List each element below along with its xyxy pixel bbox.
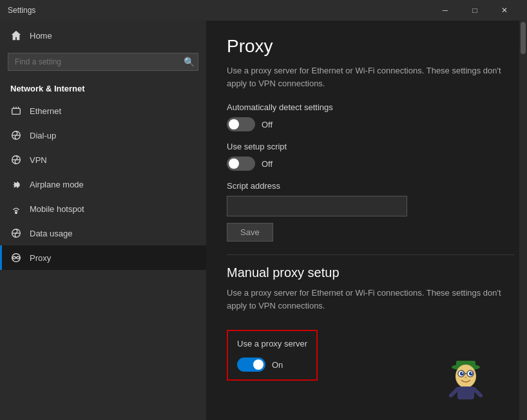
- close-button[interactable]: ✕: [490, 0, 519, 21]
- svg-point-8: [15, 212, 17, 214]
- manual-proxy-title: Manual proxy setup: [227, 265, 514, 280]
- auto-detect-setting: Automatically detect settings Off: [227, 102, 514, 131]
- manual-proxy-description: Use a proxy server for Ethernet or Wi-Fi…: [227, 287, 514, 312]
- use-proxy-highlight-box: Use a proxy server On: [227, 330, 318, 381]
- maximize-button[interactable]: □: [460, 0, 490, 21]
- ethernet-icon: [10, 105, 22, 117]
- sidebar-section-label: Network & Internet: [0, 79, 206, 99]
- sidebar-item-home[interactable]: Home: [0, 21, 206, 48]
- sidebar-item-dialup[interactable]: Dial-up: [0, 123, 206, 148]
- use-proxy-toggle[interactable]: [237, 358, 265, 372]
- mascot-svg: [443, 356, 488, 407]
- vpn-label: VPN: [30, 155, 47, 165]
- title-bar: Settings ─ □ ✕: [0, 0, 527, 21]
- setup-script-knob: [229, 158, 239, 169]
- vpn-icon: [10, 154, 22, 166]
- page-title: Proxy: [227, 36, 514, 57]
- svg-point-14: [455, 365, 476, 388]
- auto-detect-toggle-row: Off: [227, 117, 514, 131]
- use-proxy-toggle-row: On: [237, 358, 307, 372]
- app-title: Settings: [8, 6, 35, 15]
- svg-point-17: [460, 372, 464, 376]
- auto-detect-toggle[interactable]: [227, 117, 255, 131]
- home-label: Home: [30, 31, 52, 41]
- svg-line-25: [474, 389, 481, 396]
- setup-script-label: Use setup script: [227, 142, 514, 151]
- svg-point-19: [462, 372, 463, 374]
- auto-detect-description: Use a proxy server for Ethernet or Wi-Fi…: [227, 64, 514, 90]
- auto-detect-label: Automatically detect settings: [227, 102, 514, 112]
- home-icon: [10, 30, 22, 41]
- svg-rect-23: [457, 387, 474, 399]
- proxy-icon: [10, 252, 22, 263]
- dialup-label: Dial-up: [30, 131, 56, 140]
- svg-point-22: [465, 377, 467, 379]
- hotspot-label: Mobile hotspot: [30, 204, 84, 214]
- app-body: Home 🔍 Network & Internet Ethernet: [0, 21, 527, 420]
- svg-line-24: [451, 389, 457, 396]
- search-button[interactable]: 🔍: [184, 57, 195, 67]
- ethernet-label: Ethernet: [30, 106, 61, 116]
- sidebar-item-airplane[interactable]: Airplane mode: [0, 172, 206, 196]
- setup-script-setting: Use setup script Off: [227, 142, 514, 171]
- script-address-input[interactable]: [227, 196, 407, 216]
- auto-detect-state: Off: [262, 120, 273, 129]
- scrollbar-track[interactable]: [519, 21, 527, 420]
- setup-script-toggle-row: Off: [227, 157, 514, 171]
- use-proxy-label: Use a proxy server: [237, 339, 307, 348]
- use-proxy-knob: [253, 359, 264, 370]
- proxy-label: Proxy: [30, 253, 51, 263]
- minimize-button[interactable]: ─: [430, 0, 460, 21]
- use-proxy-state: On: [272, 360, 283, 370]
- sidebar-item-ethernet[interactable]: Ethernet: [0, 99, 206, 123]
- dialup-icon: [10, 129, 22, 141]
- script-address-label: Script address: [227, 181, 514, 191]
- sidebar-item-proxy[interactable]: Proxy: [0, 245, 206, 270]
- datausage-label: Data usage: [30, 229, 73, 238]
- sidebar: Home 🔍 Network & Internet Ethernet: [0, 21, 206, 420]
- section-divider: [227, 254, 514, 255]
- window-controls: ─ □ ✕: [430, 0, 519, 21]
- scrollbar-thumb[interactable]: [521, 22, 526, 54]
- search-input[interactable]: [8, 53, 198, 71]
- airplane-label: Airplane mode: [30, 180, 84, 189]
- script-address-section: Script address Save: [227, 181, 514, 242]
- sidebar-item-hotspot[interactable]: Mobile hotspot: [0, 196, 206, 221]
- mascot-image: [443, 356, 488, 407]
- svg-point-18: [469, 372, 473, 376]
- save-button[interactable]: Save: [227, 223, 273, 242]
- main-content: Proxy Use a proxy server for Ethernet or…: [206, 21, 527, 420]
- setup-script-toggle[interactable]: [227, 157, 255, 171]
- search-box: 🔍: [8, 53, 198, 71]
- sidebar-item-vpn[interactable]: VPN: [0, 148, 206, 172]
- svg-point-20: [471, 372, 472, 374]
- auto-detect-knob: [229, 119, 239, 129]
- hotspot-icon: [10, 203, 22, 215]
- data-icon: [10, 227, 22, 239]
- sidebar-item-datausage[interactable]: Data usage: [0, 221, 206, 245]
- airplane-icon: [10, 178, 22, 190]
- setup-script-state: Off: [262, 159, 273, 169]
- svg-rect-0: [12, 108, 21, 114]
